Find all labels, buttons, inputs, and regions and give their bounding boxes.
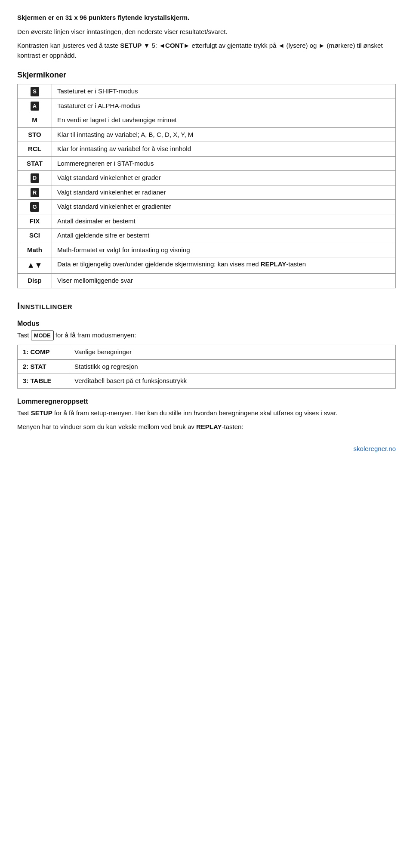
mode-key: 2: STAT (18, 359, 69, 374)
icon-description: Data er tilgjengelig over/under gjeldend… (52, 257, 396, 274)
lommeregner-desc2: Menyen har to vinduer som du kan veksle … (17, 422, 396, 432)
icon-description: Valgt standard vinkelenhet er gradienter (52, 200, 396, 214)
icon-cell: A (18, 99, 52, 113)
icon-badge: S (31, 87, 39, 96)
icon-description: Viser mellomliggende svar (52, 274, 396, 288)
intro-line1: Skjermen er en 31 x 96 punkters flytende… (17, 13, 396, 23)
skjermikoner-title: Skjermikoner (17, 71, 396, 80)
icon-badge: R (31, 188, 39, 198)
table-row: 2: STATStatistikk og regresjon (18, 359, 396, 374)
table-row: MEn verdi er lagret i det uavhengige min… (18, 113, 396, 128)
icon-description: Lommeregneren er i STAT-modus (52, 156, 396, 171)
mode-key: 1: COMP (18, 345, 69, 360)
icon-cell: STO (18, 127, 52, 142)
lommeregner-subsection: Lommeregneroppsett Tast SETUP for å få f… (17, 396, 396, 432)
table-row: FIXAntall desimaler er bestemt (18, 214, 396, 229)
modus-title: Modus (17, 318, 396, 329)
icon-cell: M (18, 113, 52, 128)
icon-badge: A (31, 102, 39, 111)
lommeregner-title: Lommeregneroppsett (17, 396, 396, 407)
icon-description: Klar til inntasting av variabel; A, B, C… (52, 127, 396, 142)
icon-badge: D (31, 173, 39, 183)
icon-description: Klar for inntasting av variabel for å vi… (52, 142, 396, 157)
footer-url: skoleregner.no (354, 445, 396, 452)
icon-description: Antall gjeldende sifre er bestemt (52, 229, 396, 243)
mode-value: Statistikk og regresjon (69, 359, 396, 374)
arrows-icon: ▲▼ (27, 261, 43, 269)
table-row: ATastaturet er i ALPHA-modus (18, 99, 396, 113)
mode-value: Vanlige beregninger (69, 345, 396, 360)
table-row: RValgt standard vinkelenhet er radianer (18, 185, 396, 200)
table-row: RCLKlar for inntasting av variabel for å… (18, 142, 396, 157)
icon-cell: G (18, 200, 52, 214)
icon-description: Antall desimaler er bestemt (52, 214, 396, 229)
table-row: MathMath-formatet er valgt for inntastin… (18, 243, 396, 257)
lommeregner-desc1: Tast SETUP for å få fram setup-menyen. H… (17, 408, 396, 418)
table-row: 1: COMPVanlige beregninger (18, 345, 396, 360)
mode-key: 3: TABLE (18, 374, 69, 389)
footer: skoleregner.no (17, 445, 396, 452)
intro-line3: Kontrasten kan justeres ved å taste SETU… (17, 41, 396, 60)
table-row: STOKlar til inntasting av variabel; A, B… (18, 127, 396, 142)
table-row: DispViser mellomliggende svar (18, 274, 396, 288)
icon-cell: D (18, 171, 52, 185)
table-row: STATLommeregneren er i STAT-modus (18, 156, 396, 171)
table-row: SCIAntall gjeldende sifre er bestemt (18, 229, 396, 243)
table-row: GValgt standard vinkelenhet er gradiente… (18, 200, 396, 214)
icon-cell: Disp (18, 274, 52, 288)
table-row: 3: TABLEVerditabell basert på et funksjo… (18, 374, 396, 389)
icon-cell: RCL (18, 142, 52, 157)
innstillinger-title: Innstillinger (17, 300, 396, 312)
icon-description: Math-formatet er valgt for inntasting og… (52, 243, 396, 257)
icon-cell: ▲▼ (18, 257, 52, 274)
modus-subsection: Modus Tast MODE for å få fram modusmenye… (17, 318, 396, 389)
icon-cell: Math (18, 243, 52, 257)
table-row: ▲▼Data er tilgjengelig over/under gjelde… (18, 257, 396, 274)
table-row: DValgt standard vinkelenhet er grader (18, 171, 396, 185)
skjermikoner-section: Skjermikoner STasteturet er i SHIFT-modu… (17, 71, 396, 288)
icon-description: Tasteturet er i SHIFT-modus (52, 84, 396, 99)
icon-description: Valgt standard vinkelenhet er radianer (52, 185, 396, 200)
icon-cell: R (18, 185, 52, 200)
icon-cell: SCI (18, 229, 52, 243)
mode-value: Verditabell basert på et funksjonsutrykk (69, 374, 396, 389)
icon-description: Tastaturet er i ALPHA-modus (52, 99, 396, 113)
icon-cell: S (18, 84, 52, 99)
innstillinger-section: Innstillinger Modus Tast MODE for å få f… (17, 300, 396, 432)
icon-cell: STAT (18, 156, 52, 171)
icon-badge: G (30, 202, 39, 212)
icon-description: En verdi er lagret i det uavhengige minn… (52, 113, 396, 128)
modus-table: 1: COMPVanlige beregninger2: STATStatist… (17, 345, 396, 389)
icon-cell: FIX (18, 214, 52, 229)
modus-description: Tast MODE for å få fram modusmenyen: (17, 331, 396, 341)
mode-badge: MODE (31, 331, 54, 341)
table-row: STasteturet er i SHIFT-modus (18, 84, 396, 99)
icon-description: Valgt standard vinkelenhet er grader (52, 171, 396, 185)
intro-line2: Den øverste linjen viser inntastingen, d… (17, 27, 396, 37)
skjermikoner-table: STasteturet er i SHIFT-modusATastaturet … (17, 84, 396, 288)
